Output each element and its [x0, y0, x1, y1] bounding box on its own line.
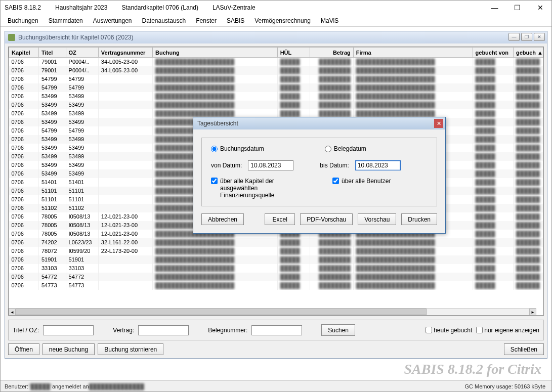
pdf-preview-button[interactable]: PDF-Vorschau: [300, 213, 353, 225]
search-button[interactable]: Suchen: [321, 324, 355, 336]
menu-mavis[interactable]: MaViS: [316, 16, 344, 26]
print-button[interactable]: Drucken: [401, 213, 437, 225]
table-row[interactable]: 07065477254772██████████████████████████…: [9, 273, 543, 281]
scroll-right[interactable]: ►: [529, 309, 536, 316]
preview-button[interactable]: Vorschau: [358, 213, 396, 225]
minimize-button[interactable]: —: [483, 1, 506, 15]
status-user: "█████": [28, 383, 52, 389]
scroll-left[interactable]: ◄: [9, 309, 16, 316]
dialog-cancel-button[interactable]: Abbrechen: [201, 213, 244, 225]
col-header[interactable]: HÜL: [277, 48, 310, 58]
table-row[interactable]: 070674202L0623/2332-L161-22-00██████████…: [9, 238, 543, 247]
menu-auswertungen[interactable]: Auswertungen: [88, 16, 137, 26]
col-header[interactable]: Buchung: [153, 48, 278, 58]
table-row[interactable]: 07065479954799██████████████████████████…: [9, 83, 543, 92]
radio-buchungsdatum[interactable]: Buchungsdatum: [211, 145, 264, 152]
cb-today[interactable]: heute gebucht: [426, 327, 472, 334]
menu-buchungen[interactable]: Buchungen: [3, 16, 44, 26]
scroll-thumb[interactable]: [16, 309, 427, 315]
menu-vermögensrechnung[interactable]: Vermögensrechnung: [249, 16, 316, 26]
filter-bar: Titel / OZ: Vertrag: Belegnummer: Suchen…: [8, 320, 544, 340]
table-row[interactable]: 070678072I0599/2022-L173-20-00██████████…: [9, 247, 543, 255]
col-header[interactable]: gebuch ▲: [513, 48, 543, 58]
menu-datenaustausch[interactable]: Datenaustausch: [137, 16, 191, 26]
col-header[interactable]: Firma: [353, 48, 473, 58]
table-row[interactable]: 07063310333103██████████████████████████…: [9, 264, 543, 273]
col-header[interactable]: OZ: [66, 48, 98, 58]
open-button[interactable]: Öffnen: [8, 343, 39, 355]
table-row[interactable]: 07065479954799██████████████████████████…: [9, 75, 543, 83]
titel-input[interactable]: [43, 325, 94, 335]
cb-all-users[interactable]: über alle Benutzer: [332, 178, 391, 199]
status-user-label: Benutzer:: [5, 383, 28, 389]
label-vertrag: Vertrag:: [113, 327, 134, 334]
table-row[interactable]: 07065190151901██████████████████████████…: [9, 255, 543, 264]
child-minimize[interactable]: —: [508, 33, 520, 41]
menubar: BuchungenStammdatenAuswertungenDatenaust…: [1, 15, 551, 27]
child-maximize[interactable]: ❐: [521, 33, 532, 41]
app-name: SABIS 8.18.2: [5, 4, 41, 11]
main-titlebar: SABIS 8.18.2 Haushaltsjahr 2023 Standard…: [1, 1, 551, 15]
close-button[interactable]: ✕: [529, 1, 551, 15]
close-child-button[interactable]: Schließen: [504, 343, 544, 355]
col-header[interactable]: Kapitel: [9, 48, 39, 58]
horizontal-scrollbar[interactable]: ◄ ►: [9, 308, 536, 315]
cb-all-chapters[interactable]: über alle Kapitel der ausgewählten Finan…: [211, 178, 312, 199]
beleg-input[interactable]: [251, 325, 302, 335]
status-gc: GC Memory usage: 50163 kByte: [464, 383, 545, 389]
statusbar: Benutzer: "█████" angemeldet an ████████…: [1, 380, 551, 391]
vertrag-input[interactable]: [138, 325, 189, 335]
fiscal-year: Haushaltsjahr 2023: [55, 4, 107, 11]
col-header[interactable]: Vertragsnummer: [98, 48, 152, 58]
label-beleg: Belegnummer:: [208, 327, 247, 334]
maximize-button[interactable]: ☐: [506, 1, 529, 15]
daily-overview-dialog: Tagesübersicht ✕ Buchungsdatum Belegdatu…: [193, 117, 446, 234]
table-row[interactable]: 07065349953499██████████████████████████…: [9, 92, 543, 101]
menu-fenster[interactable]: Fenster: [191, 16, 222, 26]
menu-stammdaten[interactable]: Stammdaten: [44, 16, 88, 26]
child-titlebar: Buchungsübersicht für Kapitel 0706 (2023…: [5, 31, 547, 43]
radio-belegdatum[interactable]: Belegdatum: [325, 145, 366, 152]
status-server: ██████████████: [89, 383, 144, 389]
status-logged: angemeldet an: [52, 383, 89, 389]
from-date-input[interactable]: [248, 160, 293, 170]
table-row[interactable]: 07065349953499██████████████████████████…: [9, 101, 543, 109]
child-title: Buchungsübersicht für Kapitel 0706 (2023…: [18, 34, 133, 41]
new-booking-button[interactable]: neue Buchung: [43, 343, 95, 355]
watermark: SABIS 8.18.2 for Citrix: [404, 361, 541, 377]
col-header[interactable]: Titel: [38, 48, 66, 58]
dialog-titlebar: Tagesübersicht ✕: [193, 117, 445, 129]
child-close[interactable]: ✕: [534, 33, 545, 41]
table-row[interactable]: 07065349953499██████████████████████████…: [9, 109, 543, 118]
cb-own[interactable]: nur eigene anzeigen: [476, 327, 539, 334]
cancel-booking-button[interactable]: Buchung stornieren: [98, 343, 163, 355]
table-row[interactable]: 07065477354773██████████████████████████…: [9, 281, 543, 290]
col-header[interactable]: gebucht von: [473, 48, 513, 58]
dialog-title-text: Tagesübersicht: [197, 120, 238, 127]
to-date-input[interactable]: [355, 160, 401, 170]
from-date-label: von Datum:: [211, 162, 242, 169]
org-name: LASuV-Zentrale: [213, 4, 256, 11]
table-row[interactable]: 070679001P0004/..34-L005-23-00██████████…: [9, 58, 543, 66]
excel-button[interactable]: Excel: [265, 213, 295, 225]
menu-sabis[interactable]: SABIS: [222, 16, 249, 26]
label-titel: Titel / OZ:: [13, 327, 39, 334]
dialog-close-button[interactable]: ✕: [434, 119, 443, 128]
to-date-label: bis Datum:: [320, 162, 349, 169]
bottom-buttons: Öffnen neue Buchung Buchung stornieren S…: [8, 343, 544, 355]
table-row[interactable]: 070679001P0004/..34-L005-23-00██████████…: [9, 66, 543, 75]
app-icon: [8, 34, 15, 41]
col-header[interactable]: Betrag: [310, 48, 353, 58]
standard-chapter: Standardkapitel 0706 (Land): [121, 4, 198, 11]
